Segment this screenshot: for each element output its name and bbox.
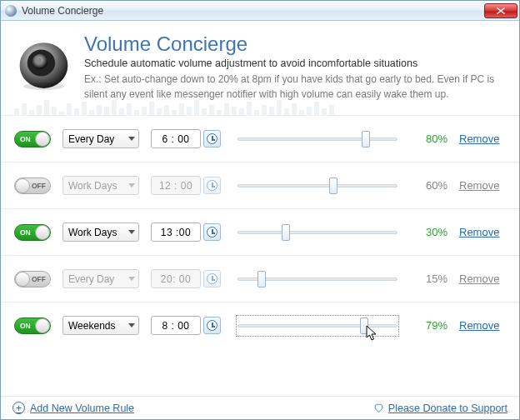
time-group: 12 : 00 <box>151 176 221 195</box>
volume-slider[interactable] <box>238 317 398 335</box>
day-select[interactable]: Weekends <box>62 316 139 335</box>
clock-icon <box>207 320 218 331</box>
clock-button <box>203 177 221 194</box>
clock-icon <box>207 180 218 191</box>
rule-toggle[interactable]: ON <box>14 318 51 334</box>
volume-slider[interactable] <box>238 177 398 195</box>
rule-row: OFFWork Days12 : 0060%Remove <box>1 162 519 208</box>
day-select-label: Every Day <box>68 133 128 145</box>
chevron-down-icon <box>128 323 135 328</box>
rule-toggle[interactable]: ON <box>14 224 51 241</box>
remove-link[interactable]: Remove <box>459 132 502 145</box>
header-text: Volume Concierge Schedule automatic volu… <box>78 32 508 102</box>
volume-percent: 30% <box>414 226 448 238</box>
clock-button <box>203 270 221 288</box>
remove-link[interactable]: Remove <box>459 226 502 238</box>
clock-icon <box>207 133 218 144</box>
page-example-text: Ex.: Set auto-change down to 20% at 8pm … <box>84 72 508 102</box>
page-subtitle: Schedule automatic volume adjustment to … <box>84 58 508 69</box>
volume-slider[interactable] <box>238 223 398 242</box>
time-group: 8 : 00 <box>151 316 221 335</box>
volume-slider[interactable] <box>238 130 398 148</box>
window-title: Volume Concierge <box>22 5 484 17</box>
rule-row: OFFEvery Day20: 0015%Remove <box>1 255 519 302</box>
slider-thumb[interactable] <box>258 271 266 288</box>
clock-button[interactable] <box>203 317 221 334</box>
day-select: Every Day <box>62 269 139 288</box>
slider-thumb[interactable] <box>362 131 370 148</box>
chevron-down-icon <box>128 183 135 188</box>
window-close-button[interactable] <box>484 3 518 18</box>
svg-point-4 <box>23 82 64 90</box>
clock-button[interactable] <box>203 130 221 148</box>
close-icon <box>497 8 505 14</box>
day-select[interactable]: Work Days <box>62 222 139 242</box>
add-rule-label: Add New Volume Rule <box>30 402 134 414</box>
time-group: 6 : 00 <box>151 129 221 148</box>
add-rule-link[interactable]: + Add New Volume Rule <box>12 402 134 414</box>
clock-icon <box>207 273 218 284</box>
rule-row: ONWeekends8 : 0079%Remove <box>1 302 519 348</box>
header: Volume Concierge Schedule automatic volu… <box>1 21 519 102</box>
chevron-down-icon <box>128 230 135 234</box>
day-select-label: Work Days <box>68 227 128 238</box>
day-select-label: Every Day <box>68 273 128 285</box>
clock-icon <box>207 227 218 238</box>
time-input: 12 : 00 <box>151 176 201 195</box>
time-group: 20: 00 <box>151 269 221 288</box>
rules-list: ONEvery Day6 : 0080%RemoveOFFWork Days12… <box>1 115 519 396</box>
slider-thumb[interactable] <box>329 178 338 194</box>
rule-row: ONWork Days13 :0030%Remove <box>1 208 519 255</box>
donate-label: Please Donate to Support <box>388 402 508 414</box>
equalizer-decoration <box>1 98 519 115</box>
volume-slider[interactable] <box>238 270 398 288</box>
rule-toggle[interactable]: ON <box>14 131 51 148</box>
day-select: Work Days <box>62 176 139 195</box>
volume-percent: 79% <box>414 319 448 332</box>
clock-button[interactable] <box>203 223 221 241</box>
titlebar: Volume Concierge <box>1 1 519 21</box>
page-title: Volume Concierge <box>84 32 508 56</box>
rule-toggle[interactable]: OFF <box>14 271 51 288</box>
remove-link[interactable]: Remove <box>459 319 502 332</box>
speaker-icon <box>12 32 78 98</box>
time-input[interactable]: 6 : 00 <box>151 129 201 148</box>
day-select-label: Work Days <box>68 180 128 192</box>
app-window: Volume Concierge <box>0 0 520 420</box>
time-input[interactable]: 8 : 00 <box>151 316 201 335</box>
content-area: Volume Concierge Schedule automatic volu… <box>1 21 519 419</box>
app-icon <box>5 5 17 17</box>
volume-percent: 15% <box>414 272 448 285</box>
remove-link[interactable]: Remove <box>459 272 502 285</box>
heart-icon <box>373 402 384 413</box>
time-group: 13 :00 <box>151 222 221 242</box>
day-select[interactable]: Every Day <box>62 129 139 148</box>
plus-icon: + <box>12 402 25 414</box>
volume-percent: 80% <box>414 132 448 145</box>
volume-percent: 60% <box>414 179 448 192</box>
slider-thumb[interactable] <box>360 318 368 334</box>
time-input[interactable]: 13 :00 <box>151 222 201 242</box>
remove-link[interactable]: Remove <box>459 179 502 192</box>
footer: + Add New Volume Rule Please Donate to S… <box>1 396 519 419</box>
chevron-down-icon <box>128 137 135 141</box>
slider-thumb[interactable] <box>282 224 290 241</box>
svg-point-3 <box>36 58 42 64</box>
rule-toggle[interactable]: OFF <box>14 178 51 194</box>
chevron-down-icon <box>128 277 135 281</box>
donate-link[interactable]: Please Donate to Support <box>373 402 508 414</box>
day-select-label: Weekends <box>68 320 128 332</box>
time-input: 20: 00 <box>151 269 201 288</box>
rule-row: ONEvery Day6 : 0080%Remove <box>1 115 519 162</box>
